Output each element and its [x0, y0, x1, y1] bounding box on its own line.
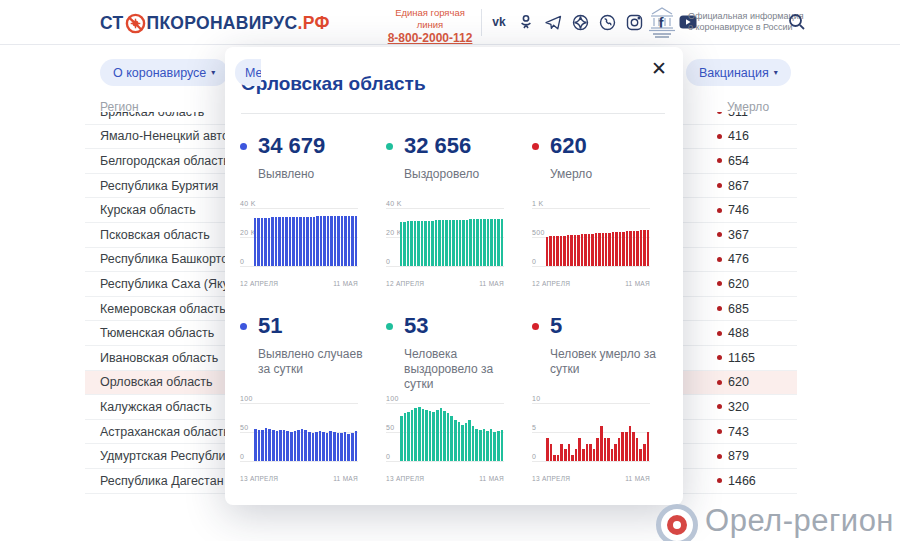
- died-cell: 879: [717, 449, 749, 463]
- died-cell: 654: [717, 154, 749, 168]
- bar: [315, 432, 318, 461]
- bar: [276, 431, 279, 461]
- stat-dot-icon: [532, 143, 539, 150]
- zen-icon[interactable]: [571, 13, 589, 31]
- government-emblem: [645, 4, 679, 44]
- bar: [429, 411, 432, 461]
- died-cell: 320: [717, 400, 749, 414]
- bar: [625, 432, 628, 461]
- bar: [329, 431, 332, 461]
- bar: [632, 432, 635, 461]
- died-cell: 620: [717, 277, 749, 291]
- bar: [475, 429, 478, 461]
- stat-label: Выявлено: [258, 167, 325, 182]
- y-axis-label: 0: [532, 258, 536, 265]
- bar: [286, 431, 289, 461]
- hotline-block: Единая горячая линия 8-800-2000-112: [382, 7, 478, 46]
- chart-confirmed-daily: 10050013 АПРЕЛЯ11 МАЯ: [240, 395, 358, 485]
- bar: [629, 426, 632, 461]
- bar: [268, 429, 271, 461]
- region-name: Курская область: [100, 203, 196, 217]
- died-dot-icon: [717, 306, 722, 311]
- logo-text-domain: .РФ: [297, 13, 329, 34]
- x-axis-end-label: 11 МАЯ: [479, 280, 504, 287]
- died-value: 654: [728, 154, 749, 168]
- nav-item-vaccination[interactable]: Вакцинация ▾: [686, 59, 791, 86]
- bar: [605, 233, 607, 266]
- chevron-down-icon: ▾: [774, 68, 778, 77]
- nav-item-measures[interactable]: Ме: [235, 59, 261, 86]
- bar: [570, 235, 572, 266]
- bars-area: [400, 403, 503, 461]
- site-header: СТ ПКОРОНАВИРУС.РФ Единая горячая линия …: [0, 0, 900, 45]
- odnoklassniki-icon[interactable]: [517, 13, 535, 31]
- bar: [557, 455, 560, 461]
- bar: [421, 221, 423, 266]
- died-cell: 1165: [717, 351, 755, 365]
- died-dot-icon: [717, 232, 722, 237]
- charts-row-daily: 10050013 АПРЕЛЯ11 МАЯ 10050013 АПРЕЛЯ11 …: [240, 395, 650, 485]
- vk-icon[interactable]: vk: [490, 13, 508, 31]
- died-value: 879: [728, 449, 749, 463]
- bar: [310, 217, 312, 266]
- bar: [326, 433, 329, 461]
- y-axis-label: 1 K: [532, 200, 543, 207]
- region-name: Калужская область: [100, 400, 212, 414]
- bar: [436, 410, 439, 461]
- bar: [483, 429, 486, 461]
- watermark: Орел-регион REGIONOREL.RU: [656, 503, 894, 541]
- bar: [633, 231, 635, 266]
- bar: [571, 455, 574, 461]
- nav-vaccination-label: Вакцинация: [699, 66, 769, 80]
- instagram-icon[interactable]: [625, 13, 643, 31]
- died-dot-icon: [717, 134, 722, 139]
- chart-died-total: 1 K500012 АПРЕЛЯ11 МАЯ: [532, 200, 650, 290]
- official-info-line2: о коронавирусе в России: [688, 22, 804, 33]
- stat-block: 51Выявлено случаев за сутки: [240, 313, 386, 392]
- viber-icon[interactable]: [598, 13, 616, 31]
- died-value: 488: [728, 326, 749, 340]
- died-cell: 620: [717, 375, 749, 389]
- bar: [582, 449, 585, 461]
- bar: [466, 220, 468, 266]
- x-axis-end-label: 11 МАЯ: [333, 280, 358, 287]
- y-axis-label: 50: [240, 424, 248, 431]
- bar: [615, 232, 617, 266]
- died-cell: 743: [717, 425, 749, 439]
- bar: [272, 430, 275, 461]
- bar: [560, 236, 562, 266]
- site-logo[interactable]: СТ ПКОРОНАВИРУС.РФ: [100, 10, 330, 36]
- died-dot-icon: [717, 454, 722, 459]
- stat-text: 51Выявлено случаев за сутки: [258, 313, 376, 392]
- bar: [549, 236, 551, 266]
- nav-item-about-coronavirus[interactable]: О коронавирусе ▾: [100, 59, 228, 86]
- bar: [483, 219, 485, 266]
- bar: [639, 449, 642, 461]
- stat-value: 53: [404, 313, 522, 339]
- bar: [647, 432, 650, 461]
- y-axis-label: 0: [240, 258, 244, 265]
- x-axis-labels: 12 АПРЕЛЯ11 МАЯ: [532, 280, 650, 287]
- search-icon[interactable]: [788, 13, 806, 31]
- bar: [438, 220, 440, 266]
- bar: [296, 217, 298, 266]
- died-value: 620: [728, 375, 749, 389]
- x-axis-start-label: 12 АПРЕЛЯ: [386, 280, 424, 287]
- bar: [355, 216, 357, 266]
- hotline-phone-link[interactable]: 8-800-2000-112: [382, 31, 478, 46]
- bar: [636, 438, 639, 461]
- telegram-icon[interactable]: [544, 13, 562, 31]
- bar: [428, 221, 430, 266]
- stat-text: 5Человек умерло за сутки: [550, 313, 668, 392]
- bar: [275, 217, 277, 266]
- died-dot-icon: [717, 281, 722, 286]
- bar: [422, 409, 425, 461]
- bar: [629, 231, 631, 266]
- region-name: Псковская область: [100, 228, 210, 242]
- died-dot-icon: [717, 355, 722, 360]
- bar: [501, 430, 504, 461]
- close-icon[interactable]: ✕: [651, 59, 667, 79]
- bars-area: [546, 403, 649, 461]
- stat-value: 5: [550, 313, 668, 339]
- region-name: Республика Дагестан: [100, 474, 224, 488]
